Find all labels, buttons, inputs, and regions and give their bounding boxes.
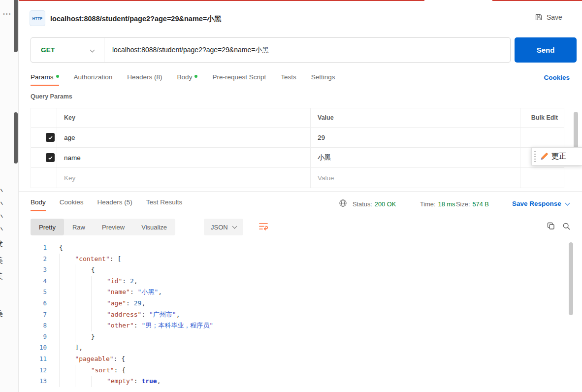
params-header-value: Value bbox=[311, 108, 520, 127]
response-tab-headers-5[interactable]: Headers (5) bbox=[97, 196, 132, 211]
code-content: { bbox=[55, 264, 95, 276]
param-checkbox[interactable] bbox=[46, 153, 55, 162]
indent-guide bbox=[75, 309, 91, 321]
response-tab-test-results[interactable]: Test Results bbox=[146, 196, 183, 211]
indent-guide bbox=[59, 298, 75, 309]
status-value: 200 OK bbox=[375, 200, 396, 208]
tab-authorization[interactable]: Authorization bbox=[74, 72, 113, 86]
token: "pageable" bbox=[75, 355, 113, 362]
ime-correction-popup[interactable]: 更正 bbox=[531, 147, 582, 165]
tab-body[interactable]: Body bbox=[177, 72, 198, 86]
sidebar-scrollbar-thumb[interactable] bbox=[14, 112, 18, 163]
code-content: "empty": true, bbox=[55, 376, 161, 387]
network-globe-icon[interactable] bbox=[339, 199, 347, 207]
code-line: 7 "address": "广州市", bbox=[19, 309, 568, 321]
copy-icon[interactable] bbox=[547, 222, 555, 230]
method-select[interactable]: GET bbox=[31, 38, 104, 62]
token: : { bbox=[114, 366, 126, 374]
code-content: "content": [ bbox=[55, 254, 121, 265]
url-bar: GET bbox=[31, 37, 511, 63]
param-key-cell[interactable]: age bbox=[57, 128, 311, 147]
token: "广州市" bbox=[149, 311, 176, 318]
view-mode-pretty[interactable]: Pretty bbox=[31, 219, 64, 235]
line-number: 9 bbox=[19, 331, 55, 343]
indent-guide bbox=[75, 298, 91, 309]
token: 2 bbox=[130, 277, 134, 285]
view-mode-raw[interactable]: Raw bbox=[64, 219, 94, 235]
line-number: 2 bbox=[19, 254, 55, 265]
response-tab-cookies[interactable]: Cookies bbox=[60, 196, 84, 211]
indent-guide bbox=[91, 309, 107, 321]
line-number: 4 bbox=[19, 276, 55, 287]
clipped-collection-label: 发 bbox=[0, 239, 3, 249]
tab-label: Authorization bbox=[74, 73, 113, 81]
indent-guide bbox=[59, 376, 75, 387]
token: "age" bbox=[107, 299, 126, 307]
response-tab-body[interactable]: Body bbox=[31, 196, 46, 211]
tab-label: Settings bbox=[311, 73, 335, 81]
app-root: ••• 小小小小发美美美 HTTP localhost:8088/student… bbox=[0, 0, 582, 392]
line-number: 1 bbox=[19, 242, 55, 254]
tab-label: Params bbox=[31, 73, 54, 81]
sidebar-scrollbar-thumb[interactable] bbox=[14, 0, 18, 52]
param-placeholder-row: Key Value bbox=[31, 168, 564, 188]
chevron-down-icon bbox=[232, 224, 237, 229]
tab-settings[interactable]: Settings bbox=[311, 72, 335, 86]
param-row: name小黑 bbox=[31, 148, 564, 168]
save-response-button[interactable]: Save Response bbox=[512, 200, 569, 207]
indent-guide bbox=[75, 264, 91, 276]
cookies-link[interactable]: Cookies bbox=[544, 74, 570, 81]
indent-guide bbox=[59, 287, 75, 298]
format-select[interactable]: JSON bbox=[204, 219, 243, 235]
query-params-title: Query Params bbox=[31, 93, 72, 100]
bulk-edit-button[interactable]: Bulk Edit bbox=[520, 108, 565, 127]
correction-pen-icon bbox=[540, 152, 549, 161]
response-tabs: BodyCookiesHeaders (5)Test Results bbox=[31, 196, 196, 211]
view-mode-group: PrettyRawPreviewVisualize bbox=[31, 219, 175, 235]
url-input[interactable] bbox=[104, 38, 510, 62]
code-content: "address": "广州市", bbox=[55, 309, 180, 321]
code-content: } bbox=[55, 331, 95, 343]
tab-label: Headers (8) bbox=[127, 73, 162, 81]
send-button[interactable]: Send bbox=[515, 37, 577, 63]
indent-guide bbox=[75, 331, 91, 343]
clipped-collection-label: 美 bbox=[0, 272, 3, 281]
view-mode-preview[interactable]: Preview bbox=[94, 219, 133, 235]
tab-headers-8[interactable]: Headers (8) bbox=[127, 72, 162, 86]
param-checkbox[interactable] bbox=[46, 133, 55, 142]
code-content: "age": 29, bbox=[55, 298, 145, 309]
tab-tests[interactable]: Tests bbox=[281, 72, 296, 86]
response-scrollbar-thumb[interactable] bbox=[569, 242, 573, 315]
tab-params[interactable]: Params bbox=[31, 72, 59, 86]
indent-guide bbox=[91, 276, 107, 287]
param-value-cell[interactable]: 小黑 bbox=[311, 148, 520, 167]
param-value-cell[interactable]: 29 bbox=[311, 128, 520, 147]
view-mode-visualize[interactable]: Visualize bbox=[133, 219, 175, 235]
token: { bbox=[91, 266, 95, 273]
indent-guide bbox=[75, 276, 91, 287]
token: , bbox=[157, 377, 161, 385]
token: } bbox=[91, 333, 95, 340]
line-number: 12 bbox=[19, 365, 55, 376]
params-table-body: age29name小黑 bbox=[31, 128, 564, 168]
code-line: 10 ], bbox=[19, 342, 568, 354]
save-button[interactable]: Save bbox=[535, 13, 562, 21]
time-label: Time: bbox=[420, 200, 436, 208]
indent-guide bbox=[91, 320, 107, 331]
wrap-text-icon[interactable] bbox=[258, 222, 269, 231]
tab-pre-request-script[interactable]: Pre-request Script bbox=[212, 72, 266, 86]
save-response-label: Save Response bbox=[512, 200, 561, 207]
token: : bbox=[134, 322, 142, 329]
param-key-cell[interactable]: name bbox=[57, 148, 311, 167]
http-request-icon: HTTP bbox=[30, 10, 45, 26]
more-options-icon[interactable]: ••• bbox=[3, 11, 12, 17]
line-number: 13 bbox=[19, 376, 55, 387]
search-icon[interactable] bbox=[562, 222, 571, 230]
params-header-row: Key Value Bulk Edit bbox=[31, 108, 564, 128]
token: , bbox=[134, 277, 138, 285]
drag-handle-icon[interactable] bbox=[534, 151, 536, 162]
param-value-placeholder[interactable]: Value bbox=[311, 168, 520, 188]
param-key-placeholder[interactable]: Key bbox=[57, 168, 311, 188]
clipped-collection-label: 小 bbox=[0, 199, 3, 208]
clipped-collection-label: 美 bbox=[0, 309, 3, 319]
